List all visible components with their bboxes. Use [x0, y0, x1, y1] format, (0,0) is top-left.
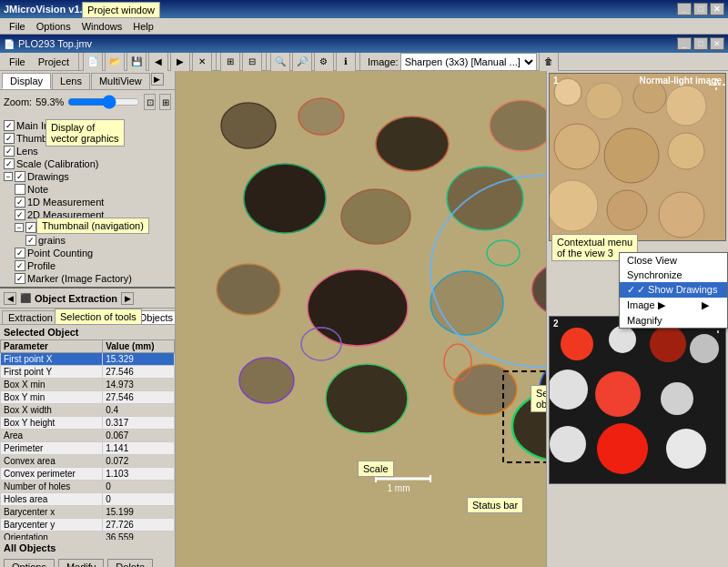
table-row[interactable]: Barycenter y27.726 [1, 519, 175, 532]
modify-btn[interactable]: Modify [58, 559, 104, 567]
cb-grains[interactable] [25, 235, 36, 246]
save-btn[interactable]: 💾 [126, 52, 147, 72]
zoom-slider[interactable] [67, 95, 140, 109]
image-select[interactable]: Sharpen (3x3) [Manual ...] [400, 53, 537, 71]
panel-arrow-right[interactable]: ▶ [151, 73, 164, 86]
outer-title-bar: JMicroVision v1.22 _ □ ✕ [0, 0, 728, 18]
cb-scale[interactable] [4, 158, 15, 169]
cb-thumbnail[interactable] [4, 133, 15, 144]
cb-2d-meas[interactable] [15, 209, 25, 220]
new-btn[interactable]: 📄 [83, 52, 103, 72]
table-row[interactable]: Barycenter x15.199 [1, 506, 175, 519]
ctx-synchronize[interactable]: Synchronize [620, 268, 727, 282]
main-image-area[interactable]: 1 mm Lens Selected object Scale Status b… [176, 71, 546, 567]
svg-point-46 [561, 328, 593, 360]
svg-point-15 [239, 358, 294, 403]
table-row[interactable]: Holes area0 [1, 493, 175, 506]
ctx-close-view[interactable]: Close View [620, 253, 727, 268]
cb-point-count[interactable] [15, 248, 25, 258]
cb-marker[interactable] [15, 273, 25, 284]
zoom-label: Zoom: [4, 96, 32, 107]
inner-minimize-btn[interactable]: _ [677, 37, 692, 50]
table-row[interactable]: Perimeter1.141 [1, 442, 175, 455]
tree-grains: grains [4, 234, 171, 247]
zoom-in-btn[interactable]: 🔍 [270, 52, 290, 72]
open-btn[interactable]: 📂 [105, 52, 125, 72]
ctx-magnify[interactable]: Magnify [620, 313, 727, 328]
table-row[interactable]: Box X min14.973 [1, 379, 175, 391]
sub-panel-arrow-right[interactable]: ▶ [121, 292, 134, 305]
left-panel: Display Lens MultiView ▶ Zoom: 59.3% ⊡ ⊞ [0, 71, 176, 567]
svg-point-11 [217, 264, 280, 315]
delete-btn[interactable]: Delete [107, 559, 153, 567]
table-row[interactable]: Box Y height0.317 [1, 417, 175, 430]
sub-panel-tabs: Extraction Classification Objects [0, 309, 175, 325]
button-row-1: Options Modify Delete [0, 556, 175, 567]
svg-point-54 [597, 423, 648, 474]
sub-tab-classification[interactable]: Classification [60, 310, 132, 324]
delete-image-btn[interactable]: 🗑 [539, 52, 559, 72]
polarized-light-svg [550, 317, 725, 483]
table-row[interactable]: Orientation36.559 [1, 532, 175, 541]
tab-multiview[interactable]: MultiView [91, 73, 150, 89]
inner-title-bar: 📄 PLO293 Top.jmv _ □ ✕ [0, 35, 728, 53]
table-row[interactable]: Number of holes0 [1, 481, 175, 493]
svg-point-49 [690, 334, 719, 363]
table-row[interactable]: First point X15.329 [1, 353, 175, 366]
tree-scale: Scale (Calibration) [4, 157, 171, 170]
ctx-show-drawings[interactable]: ✓ Show Drawings [620, 282, 727, 298]
close-btn[interactable]: ✕ [710, 3, 724, 15]
tab-lens[interactable]: Lens [52, 73, 90, 89]
sub-tab-objects[interactable]: Objects [133, 310, 175, 324]
inner-maximize-btn[interactable]: □ [693, 37, 708, 50]
zoom-out-btn[interactable]: 🔎 [292, 52, 312, 72]
table-row[interactable]: Area0.067 [1, 430, 175, 442]
expand-obj-extract[interactable]: − [15, 223, 24, 232]
cb-main-image[interactable] [4, 120, 15, 131]
inner-close-btn[interactable]: ✕ [710, 37, 724, 50]
grid2-btn[interactable]: ⊟ [242, 52, 262, 72]
svg-point-52 [661, 382, 693, 415]
params-table: Parameter Value (mm) First point X15.329… [0, 339, 175, 540]
table-row[interactable]: Box X width0.4 [1, 404, 175, 417]
zoom-section: Zoom: 59.3% ⊡ ⊞ [0, 90, 175, 117]
zoom-fit-btn[interactable]: ⊡ [144, 94, 156, 110]
minimize-btn[interactable]: _ [677, 3, 692, 15]
cb-note[interactable] [15, 184, 25, 195]
back-btn[interactable]: ◀ [148, 52, 168, 72]
menu-windows[interactable]: Windows [76, 20, 128, 33]
cb-1d-meas[interactable] [15, 197, 25, 208]
menu-file[interactable]: File [4, 20, 31, 33]
ctx-image[interactable]: Image ▶ [620, 298, 727, 313]
table-row[interactable]: Convex area0.072 [1, 455, 175, 468]
options-btn[interactable]: Options [4, 559, 55, 567]
maximize-btn[interactable]: □ [693, 3, 708, 15]
cb-drawings[interactable] [15, 171, 25, 182]
menu-help[interactable]: Help [127, 20, 159, 33]
forward-btn[interactable]: ▶ [170, 52, 190, 72]
table-row[interactable]: Box Y min27.546 [1, 391, 175, 404]
tree-2d-meas: 2D Measurement [4, 208, 171, 221]
grid-btn[interactable]: ⊞ [220, 52, 240, 72]
inner-menu-project[interactable]: Project [33, 56, 75, 68]
sub-panel-arrow-left[interactable]: ◀ [4, 292, 16, 305]
tab-display[interactable]: Display [2, 73, 51, 89]
expand-drawings[interactable]: − [4, 172, 13, 181]
inner-menu-file[interactable]: File [4, 56, 31, 68]
cb-obj-extract[interactable] [25, 222, 36, 233]
normal-light-view: 1 Normal-light image [549, 73, 726, 241]
info-btn[interactable]: ℹ [336, 52, 356, 72]
top-tab-bar: Display Lens MultiView ▶ [0, 71, 175, 90]
zoom-full-btn[interactable]: ⊞ [159, 94, 171, 110]
table-row[interactable]: Convex perimeter1.103 [1, 468, 175, 481]
content-area: Display Lens MultiView ▶ Zoom: 59.3% ⊡ ⊞ [0, 71, 728, 567]
svg-point-53 [550, 426, 586, 462]
cb-profile[interactable] [15, 260, 25, 271]
cb-lens[interactable] [4, 146, 15, 157]
sub-tab-extraction[interactable]: Extraction [2, 310, 59, 324]
table-row[interactable]: First point Y27.546 [1, 366, 175, 379]
stop-btn[interactable]: ✕ [192, 52, 212, 72]
settings-btn[interactable]: ⚙ [314, 52, 334, 72]
menu-options[interactable]: Options [31, 20, 76, 33]
svg-point-1 [221, 103, 276, 148]
